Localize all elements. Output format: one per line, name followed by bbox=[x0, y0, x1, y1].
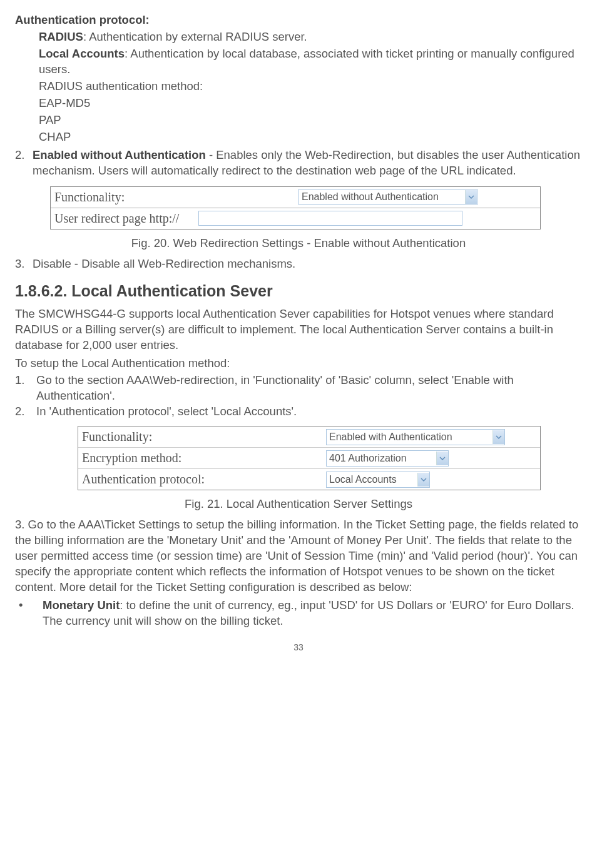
local-accounts-label: Local Accounts bbox=[39, 47, 125, 60]
radius-line: RADIUS: Authentication by external RADIU… bbox=[39, 29, 582, 45]
auth-protocol-heading: Authentication protocol: bbox=[15, 13, 582, 28]
fig21-authproto-select[interactable]: Local Accounts bbox=[326, 472, 430, 488]
radius-method-line: RADIUS authentication method: bbox=[39, 79, 582, 94]
step3-paragraph: 3. Go to the AAA\Ticket Settings to setu… bbox=[15, 517, 582, 595]
step1-text: Go to the section AAA\Web-redirection, i… bbox=[36, 373, 582, 404]
chevron-down-icon bbox=[417, 473, 429, 487]
chevron-down-icon bbox=[436, 452, 448, 465]
radius-label: RADIUS bbox=[39, 30, 83, 43]
item2-title: Enabled without Authentication bbox=[33, 148, 206, 161]
section-paragraph: The SMCWHSG44-G supports local Authentic… bbox=[15, 306, 582, 353]
fig21-authproto-label: Authentication protocol: bbox=[82, 471, 326, 488]
fig21-encryption-select[interactable]: 401 Authorization bbox=[326, 450, 449, 467]
figure-21-box: Functionality: Enabled with Authenticati… bbox=[78, 426, 541, 490]
chap: CHAP bbox=[39, 129, 582, 145]
fig21-functionality-select[interactable]: Enabled with Authentication bbox=[326, 429, 505, 445]
bullet-body: Monetary Unit: to define the unit of cur… bbox=[43, 598, 582, 629]
fig21-caption: Fig. 21. Local Authentication Server Set… bbox=[15, 497, 582, 512]
bullet-dot: • bbox=[15, 598, 43, 629]
fig21-encryption-value: 401 Authorization bbox=[329, 452, 434, 465]
fig20-caption: Fig. 20. Web Redirection Settings - Enab… bbox=[15, 236, 582, 251]
item3a-number: 3. bbox=[15, 256, 33, 272]
fig20-redirect-input[interactable] bbox=[198, 211, 462, 226]
step2-text: In 'Authentication protocol', select 'Lo… bbox=[36, 404, 582, 420]
item2-body: Enabled without Authentication - Enables… bbox=[33, 148, 582, 179]
item3a-text: Disable - Disable all Web-Redirection me… bbox=[33, 256, 582, 272]
step1-number: 1. bbox=[15, 373, 36, 404]
setup-intro: To setup the Local Authentication method… bbox=[15, 356, 582, 371]
fig20-functionality-select[interactable]: Enabled without Authentication bbox=[298, 189, 477, 205]
figure-20-box: Functionality: Enabled without Authentic… bbox=[50, 186, 541, 230]
item2-number: 2. bbox=[15, 148, 33, 179]
page-number: 33 bbox=[15, 642, 582, 654]
fig20-functionality-label: Functionality: bbox=[54, 189, 298, 206]
fig21-functionality-label: Functionality: bbox=[82, 428, 326, 445]
fig21-functionality-value: Enabled with Authentication bbox=[329, 430, 490, 444]
chevron-down-icon bbox=[492, 430, 504, 444]
local-accounts-line: Local Accounts: Authentication by local … bbox=[39, 46, 582, 78]
bullet-desc: : to define the unit of currency, eg., i… bbox=[43, 598, 574, 627]
pap: PAP bbox=[39, 113, 582, 128]
fig21-authproto-value: Local Accounts bbox=[329, 473, 415, 487]
fig21-encryption-label: Encryption method: bbox=[82, 450, 326, 467]
section-title: 1.8.6.2. Local Authentication Sever bbox=[15, 281, 582, 302]
fig20-redirect-label: User redirect page http:// bbox=[54, 210, 198, 227]
step2-number: 2. bbox=[15, 404, 36, 420]
fig20-functionality-value: Enabled without Authentication bbox=[302, 190, 462, 204]
bullet-label: Monetary Unit bbox=[43, 598, 120, 612]
chevron-down-icon bbox=[465, 190, 477, 204]
eap-md5: EAP-MD5 bbox=[39, 96, 582, 111]
radius-desc: : Authentication by external RADIUS serv… bbox=[83, 30, 307, 43]
